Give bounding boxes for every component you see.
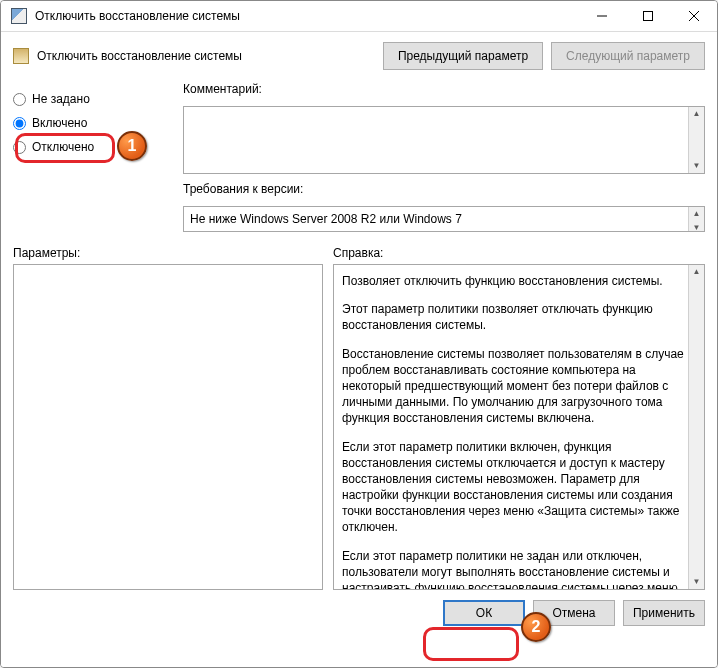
maximize-button[interactable]	[625, 1, 671, 32]
radio-not-configured-input[interactable]	[13, 93, 26, 106]
window-title: Отключить восстановление системы	[35, 9, 579, 23]
header-row: Отключить восстановление системы Предыду…	[13, 42, 705, 70]
scroll-up-icon[interactable]: ▲	[693, 265, 701, 279]
scroll-up-icon[interactable]: ▲	[693, 107, 701, 121]
radio-not-configured[interactable]: Не задано	[13, 92, 163, 106]
titlebar: Отключить восстановление системы	[1, 1, 717, 32]
scroll-down-icon[interactable]: ▼	[693, 221, 701, 235]
policy-subtitle: Отключить восстановление системы	[37, 49, 375, 63]
help-panel: Позволяет отключить функцию восстановлен…	[333, 264, 705, 590]
policy-icon	[13, 48, 29, 64]
svg-rect-1	[644, 12, 653, 21]
radio-disabled[interactable]: Отключено	[13, 140, 163, 154]
comment-scrollbar[interactable]: ▲ ▼	[688, 107, 704, 173]
help-scrollbar[interactable]: ▲ ▼	[688, 265, 704, 589]
requirements-scrollbar[interactable]: ▲ ▼	[688, 207, 704, 231]
requirements-field: Не ниже Windows Server 2008 R2 или Windo…	[183, 206, 705, 232]
help-p1: Позволяет отключить функцию восстановлен…	[342, 273, 684, 289]
requirements-text: Не ниже Windows Server 2008 R2 или Windo…	[190, 212, 462, 226]
help-p4: Если этот параметр политики включен, фун…	[342, 439, 684, 536]
options-panel	[13, 264, 323, 590]
state-radios: Не задано Включено Отключено	[13, 82, 163, 232]
scroll-up-icon[interactable]: ▲	[693, 207, 701, 221]
scroll-down-icon[interactable]: ▼	[693, 159, 701, 173]
comment-label: Комментарий:	[183, 82, 705, 96]
options-label: Параметры:	[13, 246, 333, 260]
radio-enabled-input[interactable]	[13, 117, 26, 130]
radio-enabled-label: Включено	[32, 116, 87, 130]
help-p5: Если этот параметр политики не задан или…	[342, 548, 684, 590]
radio-disabled-input[interactable]	[13, 141, 26, 154]
radio-disabled-label: Отключено	[32, 140, 94, 154]
help-p2: Этот параметр политики позволяет отключа…	[342, 301, 684, 333]
dialog-footer: ОК Отмена Применить	[13, 600, 705, 626]
scroll-down-icon[interactable]: ▼	[693, 575, 701, 589]
cancel-button[interactable]: Отмена	[533, 600, 615, 626]
apply-button[interactable]: Применить	[623, 600, 705, 626]
radio-not-configured-label: Не задано	[32, 92, 90, 106]
ok-button[interactable]: ОК	[443, 600, 525, 626]
dialog-content: Отключить восстановление системы Предыду…	[1, 32, 717, 667]
app-icon	[11, 8, 27, 24]
radio-enabled[interactable]: Включено	[13, 116, 163, 130]
help-p3: Восстановление системы позволяет пользов…	[342, 346, 684, 427]
comment-textarea[interactable]: ▲ ▼	[183, 106, 705, 174]
help-label: Справка:	[333, 246, 705, 260]
next-setting-button[interactable]: Следующий параметр	[551, 42, 705, 70]
close-button[interactable]	[671, 1, 717, 32]
minimize-button[interactable]	[579, 1, 625, 32]
requirements-label: Требования к версии:	[183, 182, 705, 196]
previous-setting-button[interactable]: Предыдущий параметр	[383, 42, 543, 70]
